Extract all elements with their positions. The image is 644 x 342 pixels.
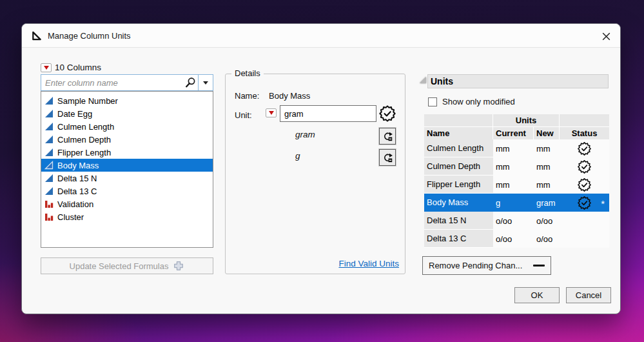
units-disclosure-icon[interactable] bbox=[420, 77, 426, 83]
modified-marker: * bbox=[601, 198, 605, 209]
details-legend: Details bbox=[231, 68, 264, 78]
cell-current: g bbox=[493, 194, 534, 212]
cell-name: Culmen Depth bbox=[424, 157, 493, 176]
list-item-label: Validation bbox=[57, 199, 93, 209]
list-item[interactable]: Delta 15 N bbox=[41, 172, 213, 185]
continuous-icon bbox=[44, 122, 54, 131]
list-item[interactable]: Culmen Length bbox=[41, 120, 213, 133]
badge-check-icon bbox=[577, 177, 592, 192]
column-search-input[interactable] bbox=[41, 78, 184, 88]
units-group-header: Units bbox=[493, 114, 560, 126]
update-selected-formulas-button[interactable]: Update Selected Formulas bbox=[41, 257, 213, 274]
list-item[interactable]: Date Egg bbox=[41, 107, 213, 120]
list-item-selected[interactable]: Body Mass bbox=[41, 159, 213, 172]
unit-suggestion: gram bbox=[295, 130, 315, 139]
list-item-label: Body Mass bbox=[57, 161, 99, 170]
continuous-icon bbox=[44, 186, 54, 196]
red-triangle-icon bbox=[44, 66, 49, 70]
convert-unit-button[interactable] bbox=[379, 128, 396, 145]
cell-name: Delta 13 C bbox=[424, 230, 493, 248]
cell-new: o/oo bbox=[534, 230, 560, 248]
list-item[interactable]: Cluster bbox=[41, 210, 213, 223]
cell-new: o/oo bbox=[534, 212, 560, 230]
minus-icon bbox=[533, 265, 545, 267]
header-status: Status bbox=[560, 126, 609, 139]
list-item[interactable]: Delta 13 C bbox=[41, 185, 213, 197]
list-item[interactable]: Culmen Depth bbox=[41, 133, 213, 146]
unit-input[interactable] bbox=[280, 105, 376, 122]
list-item[interactable]: Flipper Length bbox=[41, 146, 213, 159]
table-row-selected[interactable]: Body Mass g gram * bbox=[424, 194, 609, 212]
table-row[interactable]: Culmen Depth mm mm bbox=[424, 157, 609, 176]
continuous-icon bbox=[44, 109, 54, 118]
show-only-modified-label: Show only modified bbox=[442, 97, 515, 106]
cell-current: mm bbox=[493, 157, 534, 176]
list-item-label: Delta 15 N bbox=[57, 174, 97, 183]
window-title: Manage Column Units bbox=[48, 31, 131, 41]
list-item-label: Culmen Length bbox=[57, 122, 114, 132]
update-button-label: Update Selected Formulas bbox=[70, 261, 169, 271]
continuous-icon bbox=[44, 135, 54, 144]
cell-name: Flipper Length bbox=[424, 176, 493, 194]
find-valid-units-link[interactable]: Find Valid Units bbox=[338, 259, 399, 268]
list-item-label: Delta 13 C bbox=[57, 186, 97, 196]
list-item-label: Culmen Depth bbox=[57, 135, 111, 145]
continuous-icon bbox=[44, 174, 54, 183]
cell-status bbox=[560, 176, 609, 194]
table-group-header-row: Units bbox=[424, 114, 609, 126]
nominal-icon bbox=[44, 199, 54, 208]
header-new: New bbox=[534, 126, 560, 139]
table-row[interactable]: Delta 15 N o/oo o/oo bbox=[424, 212, 609, 230]
header-name: Name bbox=[424, 126, 493, 139]
cell-status bbox=[560, 139, 609, 157]
table-row[interactable]: Delta 13 C o/oo o/oo bbox=[424, 230, 609, 248]
cell-name: Culmen Length bbox=[424, 139, 493, 157]
search-icon[interactable] bbox=[184, 77, 196, 88]
cancel-label: Cancel bbox=[576, 290, 601, 300]
cell-new: mm bbox=[534, 139, 560, 157]
table-header-row: Name Current New Status bbox=[424, 126, 609, 139]
cell-name: Delta 15 N bbox=[424, 212, 493, 230]
columns-menu-button[interactable] bbox=[41, 63, 52, 72]
search-dropdown-button[interactable] bbox=[199, 75, 213, 90]
units-table: Units Name Current New Status Culmen Len… bbox=[424, 114, 609, 248]
badge-check-icon bbox=[577, 196, 592, 210]
columns-count-label: 10 Columns bbox=[55, 63, 101, 72]
table-row[interactable]: Flipper Length mm mm bbox=[424, 176, 609, 194]
list-item[interactable]: Validation bbox=[41, 197, 213, 210]
cell-name: Body Mass bbox=[424, 194, 493, 212]
cancel-button[interactable]: Cancel bbox=[566, 287, 611, 303]
list-item[interactable]: Sample Number bbox=[41, 94, 213, 107]
columns-header: 10 Columns bbox=[41, 63, 101, 72]
cell-current: mm bbox=[493, 176, 534, 194]
close-button[interactable] bbox=[597, 28, 615, 45]
units-panel-header[interactable]: Units bbox=[427, 74, 609, 88]
remove-button-label: Remove Pending Chan... bbox=[429, 261, 522, 270]
cell-new: mm bbox=[534, 157, 560, 176]
continuous-icon bbox=[44, 161, 54, 170]
header-spacer bbox=[424, 114, 493, 126]
convert-icon bbox=[382, 152, 393, 163]
table-row[interactable]: Culmen Length mm mm bbox=[424, 139, 609, 157]
plus-icon bbox=[173, 260, 184, 272]
valid-unit-badge-icon bbox=[378, 105, 396, 123]
cell-current: o/oo bbox=[493, 230, 534, 248]
units-header-label: Units bbox=[431, 76, 453, 86]
header-spacer bbox=[560, 114, 609, 126]
column-list[interactable]: Sample Number Date Egg Culmen Length Cul… bbox=[41, 91, 213, 248]
red-triangle-icon bbox=[269, 111, 274, 115]
unit-menu-button[interactable] bbox=[266, 108, 277, 117]
cell-current: mm bbox=[493, 139, 534, 157]
convert-unit-button[interactable] bbox=[379, 149, 396, 166]
list-item-label: Date Egg bbox=[57, 109, 92, 119]
list-item-label: Cluster bbox=[57, 212, 84, 222]
remove-pending-changes-button[interactable]: Remove Pending Chan... bbox=[422, 256, 551, 275]
list-item-label: Flipper Length bbox=[57, 148, 111, 157]
show-only-modified-checkbox[interactable] bbox=[428, 97, 437, 106]
badge-check-icon bbox=[577, 141, 592, 156]
title-bar[interactable]: Manage Column Units bbox=[22, 24, 620, 48]
name-label: Name: bbox=[235, 91, 259, 101]
cell-status bbox=[560, 157, 609, 176]
cell-new: gram bbox=[534, 194, 560, 212]
ok-button[interactable]: OK bbox=[514, 287, 560, 303]
